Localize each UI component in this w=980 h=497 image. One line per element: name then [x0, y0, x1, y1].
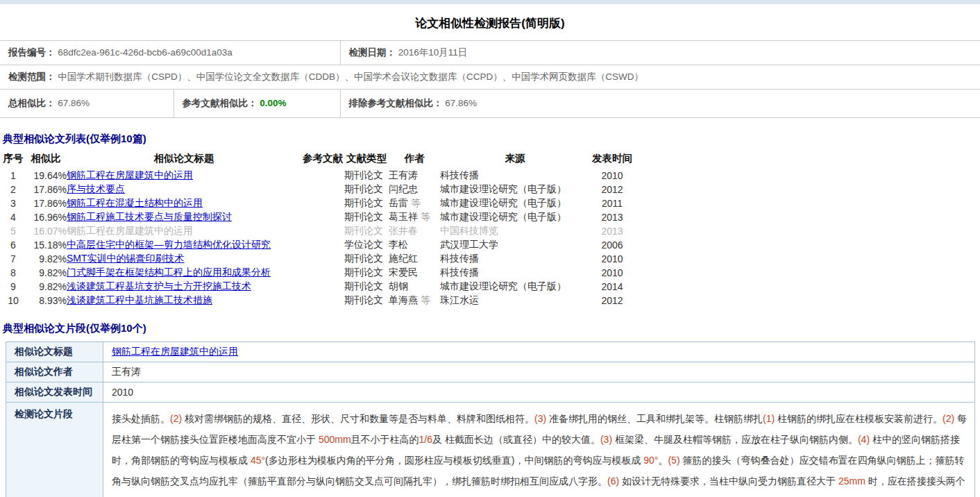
row-year: 2012: [590, 183, 634, 196]
row-author: 施纪红: [389, 252, 440, 266]
similar-papers-body: 119.64%钢筋工程在房屋建筑中的运用期刊论文王有涛科技传播2010217.8…: [1, 169, 634, 308]
report-date-label: 检测日期：: [349, 47, 396, 58]
report-page: 论文相似性检测报告(简明版) 报告编号： 68dfc2ea-961c-426d-…: [0, 0, 980, 497]
paper-title-link[interactable]: 钢筋工程在房屋建筑中的运用: [67, 169, 193, 180]
row-source: 城市建设理论研究（电子版）: [440, 280, 590, 294]
paper-title-link[interactable]: 门式脚手架在框架结构工程上的应用和成果分析: [67, 267, 271, 278]
fragment-paper-title-link[interactable]: 钢筋工程在房屋建筑中的运用: [112, 346, 238, 357]
table-row: 119.64%钢筋工程在房屋建筑中的运用期刊论文王有涛科技传播2010: [1, 169, 634, 183]
highlighted-number: 90°: [643, 455, 658, 466]
info-row-report: 报告编号： 68dfc2ea-961c-426d-bcb6-a69c00d1a0…: [0, 41, 980, 65]
row-reference: [301, 196, 344, 210]
fragment-title-cell: 钢筋工程在房屋建筑中的运用: [103, 342, 975, 362]
et-al-suffix: 等: [418, 211, 430, 222]
row-author: 岳雷 等: [389, 196, 440, 210]
row-seq: 3: [1, 196, 25, 210]
paper-title-link[interactable]: 序与技术要点: [67, 183, 125, 194]
row-type: 期刊论文: [344, 252, 389, 266]
row-type: 期刊论文: [344, 169, 389, 183]
report-number-value: 68dfc2ea-961c-426d-bcb6-a69c00d1a03a: [58, 47, 232, 58]
table-row: 89.82%门式脚手架在框架结构工程上的应用和成果分析期刊论文宋爱民科技传播20…: [1, 266, 634, 280]
paper-title-link[interactable]: 浅谈建筑工程中基坑施工技术措施: [67, 294, 212, 305]
row-year: 2014: [590, 280, 634, 294]
row-author: 王有涛: [389, 169, 440, 183]
reference-similarity-value: 0.00%: [260, 98, 286, 108]
row-author: 宋爱民: [389, 266, 440, 280]
row-type: 期刊论文: [344, 183, 389, 196]
table-row: 615.18%中高层住宅中的框架—剪力墙结构优化设计研究学位论文李松武汉理工大学…: [1, 238, 634, 252]
scope-label: 检测范围：: [8, 71, 56, 82]
row-source: 武汉理工大学: [440, 238, 590, 252]
row-year: 2010: [590, 252, 634, 266]
row-reference: [301, 280, 344, 294]
paper-title-link[interactable]: 钢筋工程施工技术要点与质量控制探讨: [67, 211, 232, 222]
row-seq: 10: [1, 294, 25, 308]
column-header-type: 文献类型: [344, 151, 389, 169]
paper-title-link[interactable]: 钢筋工程在混凝土结构中的运用: [67, 197, 203, 208]
row-title: SMT实训中的锡膏印刷技术: [67, 252, 301, 266]
row-title: 门式脚手架在框架结构工程上的应用和成果分析: [67, 266, 301, 280]
row-year: 2006: [590, 238, 634, 252]
total-similarity-cell: 总相似比： 67.86%: [0, 90, 174, 118]
fragment-author-label: 相似论文作者: [6, 362, 103, 382]
paper-title-link[interactable]: SMT实训中的锡膏印刷技术: [67, 253, 185, 264]
row-title: 钢筋工程在混凝土结构中的运用: [67, 196, 301, 210]
column-header-source: 来源: [440, 151, 590, 169]
table-row: 79.82%SMT实训中的锡膏印刷技术期刊论文施纪红科技传播2010: [1, 252, 634, 266]
paper-title-link[interactable]: 浅谈建筑工程基坑支护与土方开挖施工技术: [67, 280, 251, 292]
row-title: 钢筋工程施工技术要点与质量控制探讨: [67, 210, 301, 224]
highlighted-number: (3): [534, 413, 546, 424]
paper-title-link[interactable]: 中高层住宅中的框架—剪力墙结构优化设计研究: [67, 239, 271, 250]
highlighted-number: (6): [607, 475, 619, 487]
highlighted-number: (1): [763, 413, 775, 424]
fragment-year-label: 相似论文发表时间: [6, 382, 103, 403]
fragment-row-text: 检测论文片段 接头处插筋。(2) 核对需绑钢筋的规格、直径、形状、尺寸和数量等是…: [6, 403, 975, 497]
row-ratio: 9.82%: [25, 252, 67, 266]
column-header-seq: 序号: [1, 151, 25, 169]
row-type: 期刊论文: [344, 266, 389, 280]
total-similarity-value: 67.86%: [58, 98, 90, 108]
row-seq: 9: [1, 280, 25, 294]
fragment-text-cell: 接头处插筋。(2) 核对需绑钢筋的规格、直径、形状、尺寸和数量等是否与料单、料牌…: [103, 403, 975, 497]
reference-similarity-label: 参考文献相似比：: [183, 98, 257, 108]
report-number-label: 报告编号：: [8, 47, 56, 58]
row-seq: 1: [1, 169, 25, 183]
row-type: 学位论文: [344, 238, 389, 252]
excluding-reference-similarity-label: 排除参考文献相似比：: [349, 98, 443, 108]
reference-similarity-cell: 参考文献相似比： 0.00%: [174, 90, 340, 118]
row-author: 张井春: [389, 224, 440, 238]
info-row-scope: 检测范围： 中国学术期刊数据库（CSPD）、中国学位论文全文数据库（CDDB）、…: [0, 65, 980, 90]
row-source: 科技传播: [440, 169, 590, 183]
fragment-row-year: 相似论文发表时间 2010: [6, 382, 975, 403]
row-source: 城市建设理论研究（电子版）: [440, 210, 590, 224]
fragment-row-title: 相似论文标题 钢筋工程在房屋建筑中的运用: [6, 342, 975, 362]
row-source: 科技传播: [440, 266, 590, 280]
fragment-text-label: 检测论文片段: [6, 403, 103, 497]
row-reference: [301, 266, 344, 280]
row-title: 浅谈建筑工程基坑支护与土方开挖施工技术: [67, 280, 301, 294]
table-row: 99.82%浅谈建筑工程基坑支护与土方开挖施工技术期刊论文胡钢城市建设理论研究（…: [1, 280, 634, 294]
row-year: 2013: [590, 224, 634, 238]
row-seq: 8: [1, 266, 25, 280]
row-ratio: 17.86%: [25, 196, 67, 210]
page-title: 论文相似性检测报告(简明版): [0, 15, 980, 31]
row-ratio: 19.64%: [25, 169, 67, 183]
row-type: 期刊论文: [344, 196, 389, 210]
row-author: 葛玉祥 等: [389, 210, 440, 224]
row-year: 2010: [590, 169, 634, 183]
row-seq: 5: [1, 224, 25, 238]
row-ratio: 15.18%: [25, 238, 67, 252]
row-seq: 7: [1, 252, 25, 266]
row-seq: 2: [1, 183, 25, 196]
column-header-year: 发表时间: [590, 151, 634, 169]
row-reference: [301, 238, 344, 252]
row-source: 中国科技博览: [440, 224, 590, 238]
row-author: 单海燕 等: [389, 294, 440, 308]
highlighted-number: (2): [943, 413, 954, 424]
table-row: 217.86%序与技术要点期刊论文闫纪忠城市建设理论研究（电子版）2012: [1, 183, 634, 196]
row-author: 李松: [389, 238, 440, 252]
similar-papers-heading: 典型相似论文列表(仅举例10篇): [3, 133, 980, 146]
row-source: 珠江水运: [440, 294, 590, 308]
highlighted-number: (2): [170, 413, 182, 424]
row-reference: [301, 294, 344, 308]
